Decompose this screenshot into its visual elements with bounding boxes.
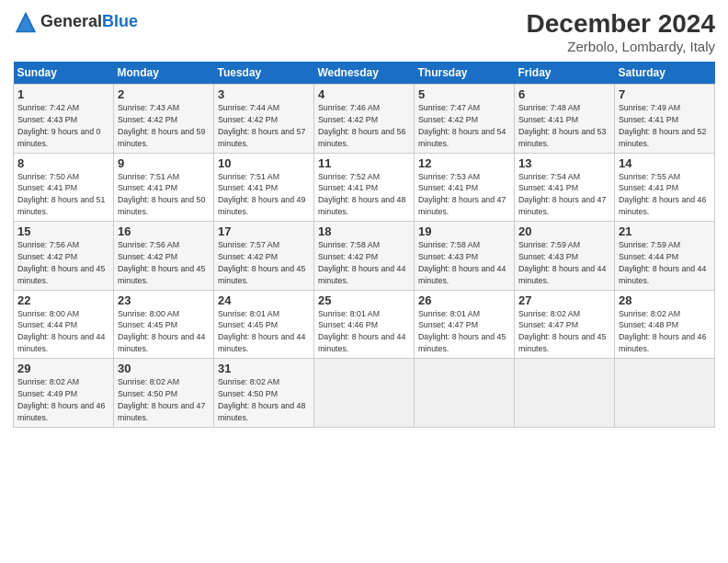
week-row: 22Sunrise: 8:00 AMSunset: 4:44 PMDayligh… <box>14 290 715 359</box>
day-number: 17 <box>218 224 310 238</box>
calendar-cell: 11Sunrise: 7:52 AMSunset: 4:41 PMDayligh… <box>314 153 415 222</box>
day-number: 23 <box>118 293 210 307</box>
day-info: Sunrise: 8:00 AMSunset: 4:45 PMDaylight:… <box>118 309 205 354</box>
header: GeneralBlue December 2024 Zerbolo, Lomba… <box>13 9 715 54</box>
day-info: Sunrise: 7:57 AMSunset: 4:42 PMDaylight:… <box>218 240 305 285</box>
calendar-cell: 10Sunrise: 7:51 AMSunset: 4:41 PMDayligh… <box>214 153 314 222</box>
logo-text: GeneralBlue <box>40 13 138 31</box>
calendar-cell <box>314 359 415 428</box>
day-number: 31 <box>218 362 310 375</box>
day-info: Sunrise: 7:44 AMSunset: 4:42 PMDaylight:… <box>218 103 305 148</box>
day-info: Sunrise: 8:01 AMSunset: 4:46 PMDaylight:… <box>318 309 405 354</box>
day-number: 27 <box>518 293 610 307</box>
page: GeneralBlue December 2024 Zerbolo, Lomba… <box>0 0 728 563</box>
col-wednesday: Wednesday <box>314 62 415 85</box>
logo-icon <box>13 9 39 35</box>
day-info: Sunrise: 8:01 AMSunset: 4:45 PMDaylight:… <box>218 309 305 354</box>
col-monday: Monday <box>114 62 214 85</box>
day-info: Sunrise: 7:56 AMSunset: 4:42 PMDaylight:… <box>118 240 205 285</box>
day-info: Sunrise: 8:02 AMSunset: 4:48 PMDaylight:… <box>619 309 706 354</box>
day-number: 21 <box>619 224 711 238</box>
day-info: Sunrise: 7:58 AMSunset: 4:43 PMDaylight:… <box>418 240 506 285</box>
day-number: 3 <box>218 87 310 101</box>
calendar-cell: 5Sunrise: 7:47 AMSunset: 4:42 PMDaylight… <box>415 85 515 154</box>
day-info: Sunrise: 7:59 AMSunset: 4:43 PMDaylight:… <box>518 240 606 285</box>
calendar-cell <box>515 359 615 428</box>
week-row: 1Sunrise: 7:42 AMSunset: 4:43 PMDaylight… <box>14 85 715 154</box>
day-info: Sunrise: 7:55 AMSunset: 4:41 PMDaylight:… <box>619 172 706 217</box>
day-info: Sunrise: 7:43 AMSunset: 4:42 PMDaylight:… <box>118 103 205 148</box>
calendar-cell: 18Sunrise: 7:58 AMSunset: 4:42 PMDayligh… <box>314 222 415 291</box>
day-number: 15 <box>17 224 109 238</box>
day-info: Sunrise: 8:02 AMSunset: 4:49 PMDaylight:… <box>17 377 105 422</box>
day-number: 28 <box>619 293 711 307</box>
week-row: 29Sunrise: 8:02 AMSunset: 4:49 PMDayligh… <box>14 359 715 428</box>
day-info: Sunrise: 8:02 AMSunset: 4:47 PMDaylight:… <box>518 309 606 354</box>
calendar-cell: 27Sunrise: 8:02 AMSunset: 4:47 PMDayligh… <box>515 290 615 359</box>
day-number: 14 <box>619 156 711 170</box>
calendar-cell: 31Sunrise: 8:02 AMSunset: 4:50 PMDayligh… <box>214 359 314 428</box>
day-number: 4 <box>318 87 410 101</box>
calendar-cell: 29Sunrise: 8:02 AMSunset: 4:49 PMDayligh… <box>14 359 114 428</box>
day-number: 11 <box>318 156 410 170</box>
calendar-cell: 13Sunrise: 7:54 AMSunset: 4:41 PMDayligh… <box>515 153 615 222</box>
day-info: Sunrise: 7:48 AMSunset: 4:41 PMDaylight:… <box>518 103 606 148</box>
day-info: Sunrise: 8:02 AMSunset: 4:50 PMDaylight:… <box>218 377 305 422</box>
calendar-cell: 19Sunrise: 7:58 AMSunset: 4:43 PMDayligh… <box>415 222 515 291</box>
calendar-cell: 1Sunrise: 7:42 AMSunset: 4:43 PMDaylight… <box>14 85 114 154</box>
title-block: December 2024 Zerbolo, Lombardy, Italy <box>527 9 715 54</box>
calendar-cell <box>415 359 515 428</box>
day-number: 22 <box>17 293 109 307</box>
calendar-cell: 14Sunrise: 7:55 AMSunset: 4:41 PMDayligh… <box>615 153 715 222</box>
day-info: Sunrise: 7:49 AMSunset: 4:41 PMDaylight:… <box>619 103 706 148</box>
calendar-cell: 23Sunrise: 8:00 AMSunset: 4:45 PMDayligh… <box>114 290 214 359</box>
day-info: Sunrise: 7:46 AMSunset: 4:42 PMDaylight:… <box>318 103 405 148</box>
calendar-cell: 26Sunrise: 8:01 AMSunset: 4:47 PMDayligh… <box>415 290 515 359</box>
calendar-subtitle: Zerbolo, Lombardy, Italy <box>527 39 715 54</box>
calendar-cell <box>615 359 715 428</box>
day-info: Sunrise: 7:53 AMSunset: 4:41 PMDaylight:… <box>418 172 506 217</box>
calendar-cell: 20Sunrise: 7:59 AMSunset: 4:43 PMDayligh… <box>515 222 615 291</box>
day-info: Sunrise: 8:02 AMSunset: 4:50 PMDaylight:… <box>118 377 205 422</box>
day-number: 2 <box>118 87 210 101</box>
day-info: Sunrise: 8:01 AMSunset: 4:47 PMDaylight:… <box>418 309 506 354</box>
day-number: 30 <box>118 362 210 375</box>
col-friday: Friday <box>515 62 615 85</box>
day-number: 8 <box>17 156 109 170</box>
calendar-cell: 15Sunrise: 7:56 AMSunset: 4:42 PMDayligh… <box>14 222 114 291</box>
day-number: 10 <box>218 156 310 170</box>
calendar-cell: 7Sunrise: 7:49 AMSunset: 4:41 PMDaylight… <box>615 85 715 154</box>
day-number: 16 <box>118 224 210 238</box>
day-info: Sunrise: 7:42 AMSunset: 4:43 PMDaylight:… <box>17 103 100 148</box>
calendar-cell: 4Sunrise: 7:46 AMSunset: 4:42 PMDaylight… <box>314 85 415 154</box>
day-number: 12 <box>418 156 510 170</box>
day-info: Sunrise: 7:56 AMSunset: 4:42 PMDaylight:… <box>17 240 105 285</box>
calendar-cell: 9Sunrise: 7:51 AMSunset: 4:41 PMDaylight… <box>114 153 214 222</box>
calendar-cell: 25Sunrise: 8:01 AMSunset: 4:46 PMDayligh… <box>314 290 415 359</box>
calendar-cell: 2Sunrise: 7:43 AMSunset: 4:42 PMDaylight… <box>114 85 214 154</box>
day-number: 18 <box>318 224 410 238</box>
calendar-title: December 2024 <box>527 9 715 39</box>
calendar-cell: 3Sunrise: 7:44 AMSunset: 4:42 PMDaylight… <box>214 85 314 154</box>
day-number: 13 <box>518 156 610 170</box>
day-info: Sunrise: 7:51 AMSunset: 4:41 PMDaylight:… <box>218 172 305 217</box>
day-number: 29 <box>17 362 109 375</box>
logo: GeneralBlue <box>13 9 138 35</box>
calendar-cell: 22Sunrise: 8:00 AMSunset: 4:44 PMDayligh… <box>14 290 114 359</box>
calendar-cell: 6Sunrise: 7:48 AMSunset: 4:41 PMDaylight… <box>515 85 615 154</box>
calendar-cell: 21Sunrise: 7:59 AMSunset: 4:44 PMDayligh… <box>615 222 715 291</box>
calendar-cell: 12Sunrise: 7:53 AMSunset: 4:41 PMDayligh… <box>415 153 515 222</box>
day-info: Sunrise: 7:47 AMSunset: 4:42 PMDaylight:… <box>418 103 506 148</box>
day-info: Sunrise: 7:59 AMSunset: 4:44 PMDaylight:… <box>619 240 706 285</box>
day-info: Sunrise: 8:00 AMSunset: 4:44 PMDaylight:… <box>17 309 105 354</box>
day-info: Sunrise: 7:52 AMSunset: 4:41 PMDaylight:… <box>318 172 405 217</box>
day-number: 6 <box>518 87 610 101</box>
day-number: 24 <box>218 293 310 307</box>
day-number: 9 <box>118 156 210 170</box>
day-info: Sunrise: 7:54 AMSunset: 4:41 PMDaylight:… <box>518 172 606 217</box>
day-info: Sunrise: 7:51 AMSunset: 4:41 PMDaylight:… <box>118 172 205 217</box>
week-row: 15Sunrise: 7:56 AMSunset: 4:42 PMDayligh… <box>14 222 715 291</box>
day-info: Sunrise: 7:50 AMSunset: 4:41 PMDaylight:… <box>17 172 105 217</box>
calendar-cell: 30Sunrise: 8:02 AMSunset: 4:50 PMDayligh… <box>114 359 214 428</box>
day-number: 20 <box>518 224 610 238</box>
